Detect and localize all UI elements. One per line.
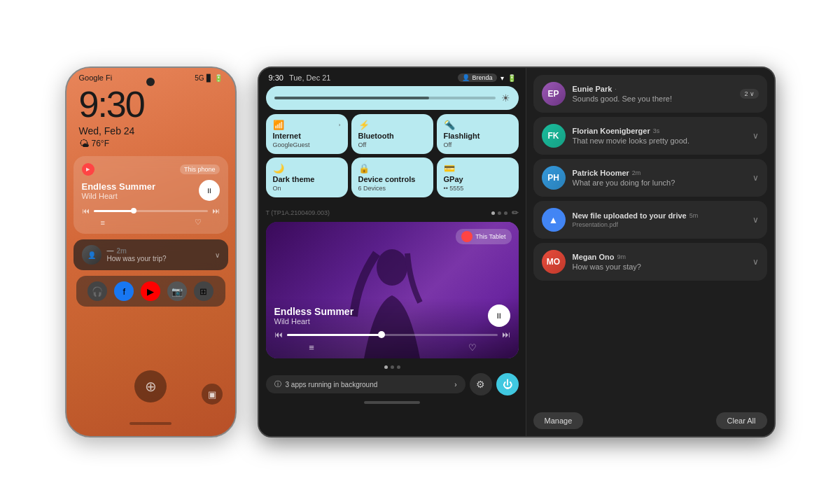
device-controls-tile[interactable]: 🔒 Device controls 6 Devices (351, 158, 433, 197)
internet-tile[interactable]: 📶 › Internet GoogleGuest (266, 114, 348, 154)
patrick-name: Patrick Hoomer (573, 169, 629, 177)
bg-apps-text: ⓘ 3 apps running in background (274, 379, 378, 389)
florian-chevron[interactable]: ∨ (752, 131, 759, 141)
media-artist: Wild Heart (82, 192, 199, 200)
notif-expand-icon[interactable]: ∨ (215, 251, 220, 259)
tablet-pause-button[interactable]: ⏸ (488, 304, 510, 327)
play-app-icon: ▶ (82, 163, 94, 176)
bg-apps-pill[interactable]: ⓘ 3 apps running in background › (266, 375, 465, 393)
tablet-left-panel: 9:30 Tue, Dec 21 👤 Brenda ▾ 🔋 ☀ (259, 68, 526, 436)
megan-body: Megan Ono 9m How was your stay? (573, 253, 746, 271)
app-icon-grid[interactable]: ⊞ (194, 281, 214, 301)
eunie-time: · (615, 85, 617, 92)
notification-patrick[interactable]: PH Patrick Hoomer 2m What are you doing … (533, 159, 767, 197)
heart-icon[interactable]: ♡ (177, 218, 219, 227)
recents-button[interactable]: ▣ (202, 384, 223, 405)
tablet-date: Tue, Dec 21 (289, 74, 331, 82)
playlist-icon[interactable]: ≡ (82, 218, 124, 227)
manage-button[interactable]: Manage (533, 412, 584, 429)
megan-chevron[interactable]: ∨ (752, 257, 759, 267)
notification-florian[interactable]: FK Florian Koenigberger 3s That new movi… (533, 117, 767, 155)
dark-theme-tile[interactable]: 🌙 Dark theme On (266, 158, 348, 197)
page-dots (491, 211, 507, 215)
florian-message: That new movie looks pretty good. (573, 136, 746, 145)
phone-media-card[interactable]: ▶ This phone Endless Summer Wild Heart ⏸… (74, 156, 228, 234)
battery-icon: 🔋 (214, 74, 223, 82)
tablet-time: 9:30 (269, 74, 284, 82)
device-controls-sub: 6 Devices (358, 185, 426, 192)
notification-megan[interactable]: MO Megan Ono 9m How was your stay? ∨ (533, 243, 767, 281)
page-dot-3 (504, 211, 507, 215)
prev-track-icon[interactable]: ⏮ (82, 206, 90, 215)
florian-avatar: FK (542, 124, 566, 148)
tablet-notifications-panel: EP Eunie Park · Sounds good. See you the… (526, 68, 774, 436)
phone-device: Google Fi 5G ▊ 🔋 9:30 Wed, Feb 24 🌤 76°F… (65, 66, 237, 438)
app-icon-facebook[interactable]: f (114, 281, 134, 301)
settings-button[interactable]: ⚙ (470, 373, 492, 396)
gpay-tile[interactable]: 💳 GPay •• 5555 (437, 158, 519, 197)
drive-filename: Presentation.pdf (573, 221, 746, 228)
brightness-fill (274, 97, 429, 99)
dark-theme-icon: 🌙 (273, 163, 284, 174)
tablet-prev-icon[interactable]: ⏮ (274, 330, 283, 340)
tablet-media-title: Endless Summer (274, 306, 354, 317)
this-phone-badge: This phone (180, 164, 220, 174)
app-icon-youtube[interactable]: ▶ (141, 281, 160, 301)
fingerprint-button[interactable]: ⊕ (134, 370, 167, 402)
gpay-icon: 💳 (444, 163, 455, 174)
drive-name: New file uploaded to your drive (573, 211, 687, 220)
notification-drive[interactable]: ▲ New file uploaded to your drive 5m Pre… (533, 201, 767, 239)
clear-all-button[interactable]: Clear All (716, 412, 767, 429)
carrier-label: Google Fi (79, 74, 113, 82)
brightness-track[interactable] (274, 97, 496, 99)
tablet-next-icon[interactable]: ⏭ (502, 330, 510, 340)
dark-theme-label: Dark theme (273, 175, 341, 183)
drive-chevron[interactable]: ∨ (752, 215, 759, 225)
media-header: ▶ This phone (82, 163, 220, 176)
tablet-progress-bar[interactable] (287, 334, 498, 336)
notif-avatar: 👤 (82, 245, 102, 265)
brightness-icon: ☀ (501, 92, 510, 104)
edit-icon[interactable]: ✏ (512, 208, 519, 218)
tablet-media-card[interactable]: This Tablet Endless Summer Wild Heart ⏸ … (266, 222, 519, 358)
power-button[interactable]: ⏻ (496, 373, 519, 396)
tablet-heart-icon[interactable]: ♡ (435, 342, 510, 353)
flashlight-sub: Off (444, 141, 512, 148)
phone-weather: 🌤 76°F (66, 136, 235, 149)
megan-message: How was your stay? (573, 262, 746, 271)
signal-icon: ▊ (206, 74, 212, 82)
progress-bar[interactable] (94, 210, 208, 212)
device-controls-label: Device controls (358, 175, 426, 183)
megan-header: Megan Ono 9m (573, 253, 746, 261)
next-track-icon[interactable]: ⏭ (212, 206, 220, 215)
eunie-badge-chevron: ∨ (750, 90, 755, 97)
dark-theme-sub: On (273, 185, 341, 192)
app-icon-camera[interactable]: 📷 (167, 281, 187, 301)
bluetooth-tile[interactable]: ⚡ Bluetooth Off (351, 114, 433, 154)
eunie-message: Sounds good. See you there! (573, 94, 734, 103)
media-app-badge: ▶ (82, 163, 94, 176)
patrick-message: What are you doing for lunch? (573, 178, 746, 187)
flashlight-tile[interactable]: 🔦 Flashlight Off (437, 114, 519, 154)
info-icon: ⓘ (274, 379, 281, 389)
tablet-playlist-icon[interactable]: ≡ (274, 342, 349, 353)
progress-thumb (131, 208, 136, 214)
drive-icon: ▲ (542, 208, 566, 232)
app-icon-headphone[interactable]: 🎧 (88, 281, 107, 301)
florian-header: Florian Koenigberger 3s (573, 127, 746, 135)
florian-name: Florian Koenigberger (573, 127, 650, 135)
notification-eunie[interactable]: EP Eunie Park · Sounds good. See you the… (533, 75, 767, 113)
brightness-bar[interactable]: ☀ (266, 86, 519, 110)
phone-notification[interactable]: 👤 — 2m How was your trip? ∨ (74, 239, 228, 270)
media-title: Endless Summer (82, 181, 199, 192)
tablet-bottom-bar: ⓘ 3 apps running in background › ⚙ ⏻ (259, 369, 526, 400)
tablet-nav-hint (364, 401, 420, 404)
tablet-progress-thumb (378, 331, 385, 338)
weather-icon: 🌤 (79, 138, 89, 149)
pause-button[interactable]: ⏸ (199, 180, 220, 201)
tablet-status-right: 👤 Brenda ▾ 🔋 (458, 74, 515, 82)
eunie-header: Eunie Park · (573, 85, 734, 93)
patrick-chevron[interactable]: ∨ (752, 173, 759, 183)
tablet-media-text: Endless Summer Wild Heart (274, 306, 354, 326)
internet-label: Internet (273, 132, 341, 140)
